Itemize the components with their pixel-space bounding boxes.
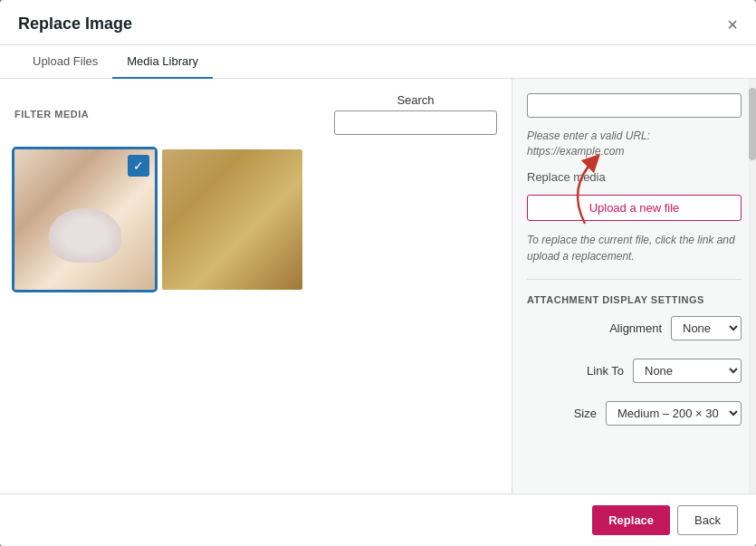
media-item-2[interactable] [162, 149, 302, 290]
alignment-label: Alignment [609, 321, 662, 335]
search-group: Search [334, 93, 497, 135]
selected-check-icon: ✓ [128, 155, 149, 177]
url-hint: Please enter a valid URL: https://exampl… [527, 129, 742, 159]
link-to-select[interactable]: None Media File Attachment Page [633, 359, 742, 383]
size-label: Size [574, 407, 597, 420]
modal-body: FILTER MEDIA Search ✓ [0, 79, 756, 493]
search-input[interactable] [334, 110, 497, 135]
tab-upload-files[interactable]: Upload Files [18, 45, 112, 79]
scrollbar-track[interactable] [749, 79, 756, 493]
replace-button[interactable]: Replace [592, 505, 670, 535]
divider [527, 279, 742, 280]
search-label: Search [397, 93, 434, 107]
filter-media-label: FILTER MEDIA [14, 109, 89, 120]
modal-footer: Replace Back [0, 493, 756, 546]
url-input[interactable] [527, 93, 742, 118]
link-to-label: Link To [587, 364, 624, 378]
size-select[interactable]: Thumbnail – 150 × 150 Medium – 200 × 300… [606, 401, 742, 426]
tab-bar: Upload Files Media Library [0, 45, 756, 79]
modal-header: Replace Image × [0, 0, 756, 45]
media-grid: ✓ [14, 149, 497, 290]
close-button[interactable]: × [727, 15, 738, 44]
size-row: Size Thumbnail – 150 × 150 Medium – 200 … [527, 401, 742, 426]
tab-media-library[interactable]: Media Library [112, 45, 213, 79]
alignment-select[interactable]: None Left Center Right [671, 316, 742, 340]
link-to-row: Link To None Media File Attachment Page [527, 359, 742, 383]
scrollbar-thumb[interactable] [749, 88, 756, 160]
modal-title: Replace Image [18, 14, 132, 44]
attachment-settings-title: ATTACHMENT DISPLAY SETTINGS [527, 294, 742, 305]
sidebar-panel: Please enter a valid URL: https://exampl… [512, 79, 756, 493]
media-area: FILTER MEDIA Search ✓ [0, 79, 512, 493]
back-button[interactable]: Back [677, 505, 738, 535]
replace-image-modal: Replace Image × Upload Files Media Libra… [0, 0, 756, 546]
alignment-row: Alignment None Left Center Right [527, 316, 742, 340]
replace-hint: To replace the current file, click the l… [527, 232, 742, 264]
replace-media-label: Replace media [527, 170, 742, 184]
filter-search-row: FILTER MEDIA Search [14, 93, 497, 135]
media-item-1[interactable]: ✓ [14, 149, 155, 290]
upload-new-file-button[interactable]: Upload a new file [527, 195, 742, 221]
